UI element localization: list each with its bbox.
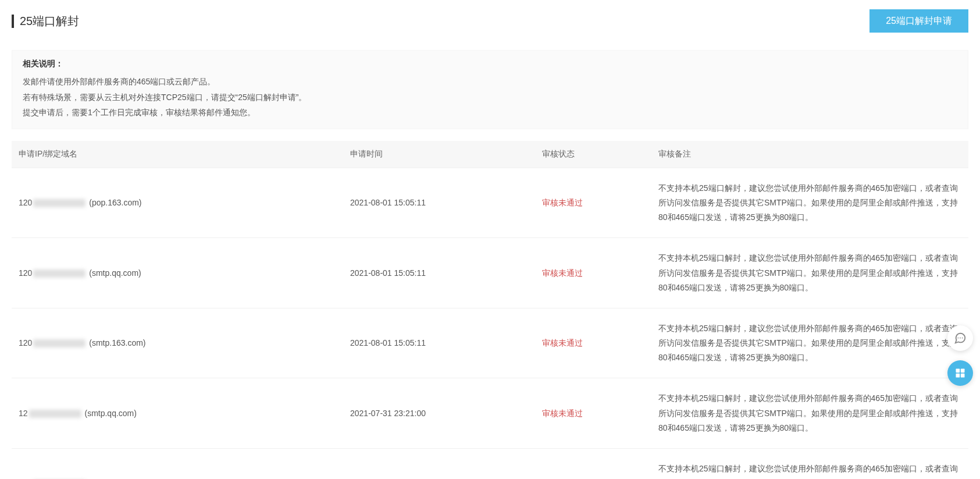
cell-note: 不支持本机25端口解封，建议您尝试使用外部邮件服务商的465加密端口，或者查询所… (651, 449, 968, 479)
cell-status: 审核未通过 (535, 168, 651, 238)
page-title: 25端口解封 (12, 13, 79, 29)
notice-box: 相关说明： 发邮件请使用外部邮件服务商的465端口或云邮产品。若有特殊场景，需要… (12, 50, 968, 129)
cell-apply-time: 2021-07-31 23:21:00 (343, 378, 535, 449)
svg-rect-5 (956, 374, 960, 378)
cell-note: 不支持本机25端口解封，建议您尝试使用外部邮件服务商的465加密端口，或者查询所… (651, 238, 968, 308)
cell-note: 不支持本机25端口解封，建议您尝试使用外部邮件服务商的465加密端口，或者查询所… (651, 378, 968, 449)
table-row: 120 (mail.qq.com)2021-07-31 23:21:00审核未通… (12, 449, 968, 479)
redacted-mask (33, 339, 85, 347)
chat-widget-button[interactable] (947, 325, 973, 351)
cell-ip-domain: 120 (mail.qq.com) (12, 449, 343, 479)
svg-point-2 (962, 338, 963, 339)
notice-line: 若有特殊场景，需要从云主机对外连接TCP25端口，请提交“25端口解封申请”。 (23, 90, 957, 105)
th-ip: 申请IP/绑定域名 (12, 141, 343, 168)
table-row: 120 (smtp.qq.com)2021-08-01 15:05:11审核未通… (12, 238, 968, 308)
cell-note: 不支持本机25端口解封，建议您尝试使用外部邮件服务商的465加密端口，或者查询所… (651, 308, 968, 378)
table-row: 12 (smtp.qq.com)2021-07-31 23:21:00审核未通过… (12, 378, 968, 449)
table-row: 120 (pop.163.com)2021-08-01 15:05:11审核未通… (12, 168, 968, 238)
redacted-mask (33, 199, 85, 207)
cell-apply-time: 2021-08-01 15:05:11 (343, 308, 535, 378)
svg-rect-4 (961, 369, 965, 373)
applications-table: 申请IP/绑定域名 申请时间 审核状态 审核备注 120 (pop.163.co… (12, 141, 968, 479)
table-row: 120 (smtp.163.com)2021-08-01 15:05:11审核未… (12, 308, 968, 378)
svg-rect-3 (956, 369, 960, 373)
cell-apply-time: 2021-07-31 23:21:00 (343, 449, 535, 479)
cell-ip-domain: 120 (smtp.163.com) (12, 308, 343, 378)
apply-unblock-button[interactable]: 25端口解封申请 (869, 9, 968, 33)
cell-ip-domain: 120 (smtp.qq.com) (12, 238, 343, 308)
cell-status: 审核未通过 (535, 308, 651, 378)
apps-icon (954, 367, 966, 379)
svg-point-1 (960, 338, 961, 339)
apps-widget-button[interactable] (947, 360, 973, 386)
th-status: 审核状态 (535, 141, 651, 168)
cell-note: 不支持本机25端口解封，建议您尝试使用外部邮件服务商的465加密端口，或者查询所… (651, 168, 968, 238)
notice-title: 相关说明： (23, 59, 957, 69)
cell-ip-domain: 12 (smtp.qq.com) (12, 378, 343, 449)
redacted-mask (33, 269, 85, 278)
cell-apply-time: 2021-08-01 15:05:11 (343, 238, 535, 308)
cell-status: 审核未通过 (535, 449, 651, 479)
th-note: 审核备注 (651, 141, 968, 168)
notice-line: 发邮件请使用外部邮件服务商的465端口或云邮产品。 (23, 74, 957, 90)
cell-status: 审核未通过 (535, 378, 651, 449)
cell-apply-time: 2021-08-01 15:05:11 (343, 168, 535, 238)
cell-ip-domain: 120 (pop.163.com) (12, 168, 343, 238)
svg-rect-6 (961, 374, 965, 378)
svg-point-0 (957, 338, 958, 339)
cell-status: 审核未通过 (535, 238, 651, 308)
redacted-mask (29, 410, 81, 418)
th-time: 申请时间 (343, 141, 535, 168)
chat-icon (954, 332, 967, 345)
notice-line: 提交申请后，需要1个工作日完成审核，审核结果将邮件通知您。 (23, 105, 957, 120)
